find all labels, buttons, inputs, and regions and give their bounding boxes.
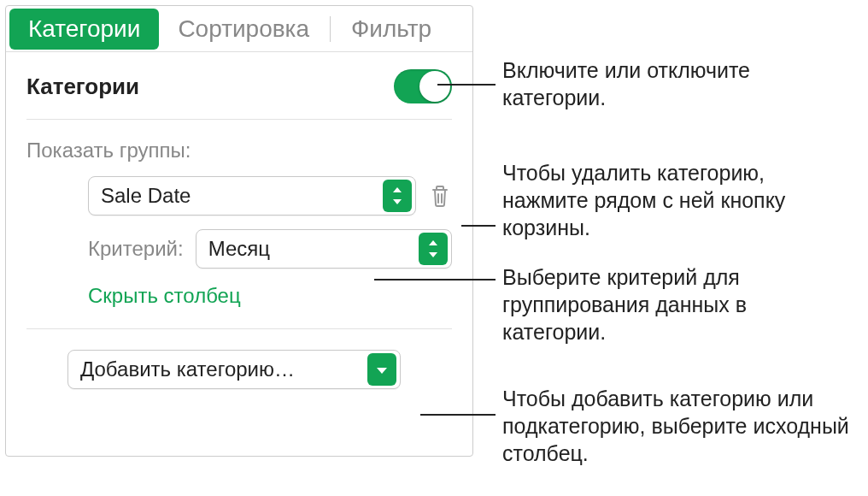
delete-category-button[interactable] bbox=[428, 182, 452, 210]
callout-line bbox=[374, 279, 496, 280]
callout-line bbox=[437, 84, 496, 86]
callout-line bbox=[461, 225, 496, 227]
add-category-label: Добавить категорию… bbox=[80, 357, 295, 381]
categories-section: Категории Показать группы: Sale Date Кри… bbox=[6, 52, 472, 328]
callout-toggle: Включите или отключите категории. bbox=[502, 56, 844, 111]
hide-column-link[interactable]: Скрыть столбец bbox=[88, 284, 452, 328]
toggle-knob bbox=[419, 71, 450, 102]
categories-toggle[interactable] bbox=[394, 69, 452, 103]
stepper-icon bbox=[419, 233, 448, 265]
section-title: Категории bbox=[26, 74, 139, 100]
tab-sort[interactable]: Сортировка bbox=[159, 9, 328, 50]
tab-separator bbox=[330, 16, 331, 42]
show-groups-label: Показать группы: bbox=[26, 139, 452, 162]
add-category-select[interactable]: Добавить категорию… bbox=[67, 350, 401, 389]
chevron-down-icon bbox=[367, 353, 396, 386]
divider bbox=[26, 328, 452, 329]
tab-filter[interactable]: Фильтр bbox=[332, 9, 450, 50]
criterion-value: Месяц bbox=[208, 237, 270, 261]
callout-line bbox=[420, 414, 496, 416]
trash-icon bbox=[430, 184, 450, 208]
criterion-select[interactable]: Месяц bbox=[196, 229, 452, 269]
criterion-label: Критерий: bbox=[88, 237, 184, 261]
callout-criterion: Выберите критерий для группирования данн… bbox=[502, 263, 853, 345]
callout-delete: Чтобы удалить категорию, нажмите рядом с… bbox=[502, 159, 853, 241]
tabs: Категории Сортировка Фильтр bbox=[6, 6, 472, 52]
stepper-icon bbox=[383, 180, 412, 212]
section-header: Категории bbox=[26, 69, 452, 120]
criterion-row: Критерий: Месяц bbox=[88, 229, 452, 269]
inspector-panel: Категории Сортировка Фильтр Категории По… bbox=[5, 5, 473, 457]
tab-categories[interactable]: Категории bbox=[9, 9, 159, 50]
group-field-select[interactable]: Sale Date bbox=[88, 176, 416, 216]
group-field-value: Sale Date bbox=[101, 184, 191, 208]
callout-add: Чтобы добавить категорию или подкатегори… bbox=[502, 385, 861, 467]
group-select-row: Sale Date bbox=[26, 176, 452, 216]
